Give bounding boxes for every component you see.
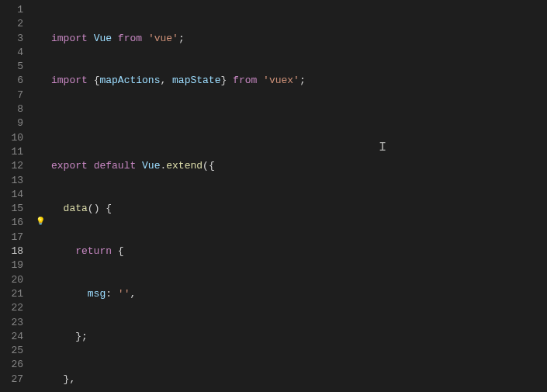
line-number: 13 <box>0 174 23 188</box>
line-number: 6 <box>0 74 23 88</box>
line-number: 5 <box>0 60 23 74</box>
code-line[interactable]: data() { <box>48 202 547 216</box>
line-number: 3 <box>0 32 23 46</box>
code-area[interactable]: import Vue from 'vue'; import {mapAction… <box>48 0 547 392</box>
line-number: 7 <box>0 88 23 102</box>
line-number: 9 <box>0 116 23 130</box>
line-number: 15 <box>0 202 23 216</box>
line-number-gutter: 1 2 3 4 5 6 7 8 9 10 11 12 13 14 15 16 1… <box>0 0 34 392</box>
code-line[interactable]: }; <box>48 330 547 344</box>
code-line[interactable]: msg: '', <box>48 287 547 301</box>
line-number: 16 <box>0 216 23 230</box>
line-number: 20 <box>0 273 23 287</box>
line-number: 2 <box>0 17 23 31</box>
line-number: 4 <box>0 46 23 60</box>
line-number: 14 <box>0 188 23 202</box>
line-number: 21 <box>0 287 23 301</box>
line-number: 25 <box>0 344 23 358</box>
line-number: 24 <box>0 330 23 344</box>
line-number: 10 <box>0 131 23 145</box>
line-number: 23 <box>0 316 23 330</box>
code-line[interactable]: }, <box>48 373 547 387</box>
line-number: 26 <box>0 358 23 372</box>
line-number: 8 <box>0 102 23 116</box>
code-line[interactable]: export default Vue.extend({ <box>48 159 547 173</box>
code-line[interactable]: import {mapActions, mapState} from 'vuex… <box>48 74 547 88</box>
line-number: 19 <box>0 258 23 272</box>
line-number: 27 <box>0 373 23 387</box>
code-editor[interactable]: 1 2 3 4 5 6 7 8 9 10 11 12 13 14 15 16 1… <box>0 0 547 392</box>
line-number: 18 <box>0 245 23 258</box>
lightbulb-icon[interactable]: 💡 <box>36 217 45 226</box>
line-number: 1 <box>0 3 23 17</box>
glyph-margin: 💡 <box>34 0 48 392</box>
code-line[interactable]: import Vue from 'vue'; <box>48 32 547 46</box>
line-number: 11 <box>0 145 23 159</box>
code-line[interactable] <box>48 116 547 130</box>
line-number: 12 <box>0 159 23 173</box>
line-number: 17 <box>0 231 23 245</box>
line-number: 22 <box>0 301 23 315</box>
code-line[interactable]: return { <box>48 245 547 258</box>
